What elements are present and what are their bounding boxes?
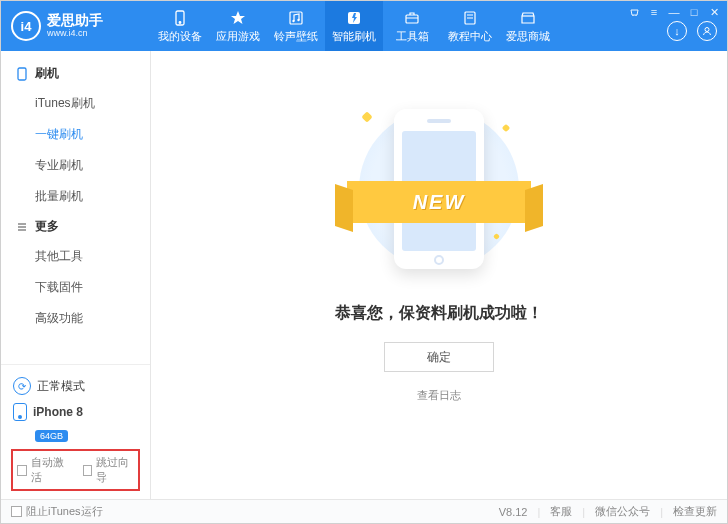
user-button[interactable] (697, 21, 717, 41)
phone-outline-icon (15, 67, 29, 81)
footer-link-support[interactable]: 客服 (550, 504, 572, 519)
svg-point-3 (292, 19, 294, 21)
sidebar: 刷机 iTunes刷机 一键刷机 专业刷机 批量刷机 更多 其他工具 下载固件 … (1, 51, 151, 499)
tab-tutorials[interactable]: 教程中心 (441, 1, 499, 51)
app-window: i4 爱思助手 www.i4.cn 我的设备 应用游戏 铃声壁纸 智能刷机 (0, 0, 728, 524)
apps-icon (229, 9, 247, 27)
storage-badge: 64GB (35, 430, 68, 442)
new-ribbon: NEW (347, 181, 531, 223)
shop-icon[interactable] (627, 5, 641, 19)
view-log-link[interactable]: 查看日志 (417, 388, 461, 403)
tab-my-device[interactable]: 我的设备 (151, 1, 209, 51)
device-info[interactable]: iPhone 8 (11, 399, 140, 425)
sidebar-item-oneclick-flash[interactable]: 一键刷机 (1, 119, 150, 150)
checkbox-skip-guide[interactable]: 跳过向导 (83, 455, 135, 485)
title-bar: i4 爱思助手 www.i4.cn 我的设备 应用游戏 铃声壁纸 智能刷机 (1, 1, 727, 51)
toolbox-icon (403, 9, 421, 27)
version-label: V8.12 (499, 506, 528, 518)
maximize-button[interactable]: □ (687, 5, 701, 19)
checkbox-block-itunes[interactable]: 阻止iTunes运行 (11, 504, 103, 519)
footer-link-wechat[interactable]: 微信公众号 (595, 504, 650, 519)
sidebar-item-download-firmware[interactable]: 下载固件 (1, 272, 150, 303)
sidebar-item-itunes-flash[interactable]: iTunes刷机 (1, 88, 150, 119)
brand-logo-icon: i4 (11, 11, 41, 41)
refresh-icon: ⟳ (13, 377, 31, 395)
svg-point-8 (705, 28, 709, 32)
more-icon (15, 220, 29, 234)
footer-link-update[interactable]: 检查更新 (673, 504, 717, 519)
music-icon (287, 9, 305, 27)
sidebar-item-pro-flash[interactable]: 专业刷机 (1, 150, 150, 181)
brand-url: www.i4.cn (47, 29, 103, 39)
ok-button[interactable]: 确定 (384, 342, 494, 372)
svg-rect-6 (406, 15, 418, 23)
sidebar-item-other-tools[interactable]: 其他工具 (1, 241, 150, 272)
book-icon (461, 9, 479, 27)
device-name: iPhone 8 (33, 405, 83, 419)
svg-rect-9 (18, 68, 26, 80)
download-button[interactable]: ↓ (667, 21, 687, 41)
main-content: NEW 恭喜您，保资料刷机成功啦！ 确定 查看日志 (151, 51, 727, 499)
sidebar-group-flash[interactable]: 刷机 (1, 59, 150, 88)
device-mode[interactable]: ⟳ 正常模式 (11, 373, 140, 399)
tab-smart-flash[interactable]: 智能刷机 (325, 1, 383, 51)
svg-point-4 (297, 18, 299, 20)
svg-point-1 (179, 21, 181, 23)
checkbox-icon (83, 465, 93, 476)
tab-apps[interactable]: 应用游戏 (209, 1, 267, 51)
device-icon (171, 9, 189, 27)
sidebar-item-advanced[interactable]: 高级功能 (1, 303, 150, 334)
phone-icon (13, 403, 27, 421)
main-tabs: 我的设备 应用游戏 铃声壁纸 智能刷机 工具箱 教程中心 (151, 1, 667, 51)
store-icon (519, 9, 537, 27)
tab-ringtone-wallpaper[interactable]: 铃声壁纸 (267, 1, 325, 51)
close-button[interactable]: ✕ (707, 5, 721, 19)
tab-toolbox[interactable]: 工具箱 (383, 1, 441, 51)
minimize-button[interactable]: — (667, 5, 681, 19)
sidebar-bottom: ⟳ 正常模式 iPhone 8 64GB 自动激活 (1, 364, 150, 499)
checkbox-auto-activate[interactable]: 自动激活 (17, 455, 69, 485)
checkbox-icon (17, 465, 27, 476)
tab-store[interactable]: 爱思商城 (499, 1, 557, 51)
options-highlight: 自动激活 跳过向导 (11, 449, 140, 491)
success-message: 恭喜您，保资料刷机成功啦！ (335, 303, 543, 324)
menu-button[interactable]: ≡ (647, 5, 661, 19)
sidebar-group-more[interactable]: 更多 (1, 212, 150, 241)
sidebar-item-batch-flash[interactable]: 批量刷机 (1, 181, 150, 212)
brand: i4 爱思助手 www.i4.cn (1, 11, 151, 41)
checkbox-icon (11, 506, 22, 517)
window-controls: ≡ — □ ✕ (627, 5, 721, 19)
flash-icon (345, 9, 363, 27)
brand-name: 爱思助手 (47, 13, 103, 28)
status-bar: 阻止iTunes运行 V8.12 | 客服 | 微信公众号 | 检查更新 (1, 499, 727, 523)
success-illustration: NEW (329, 99, 549, 279)
svg-rect-2 (290, 12, 302, 24)
